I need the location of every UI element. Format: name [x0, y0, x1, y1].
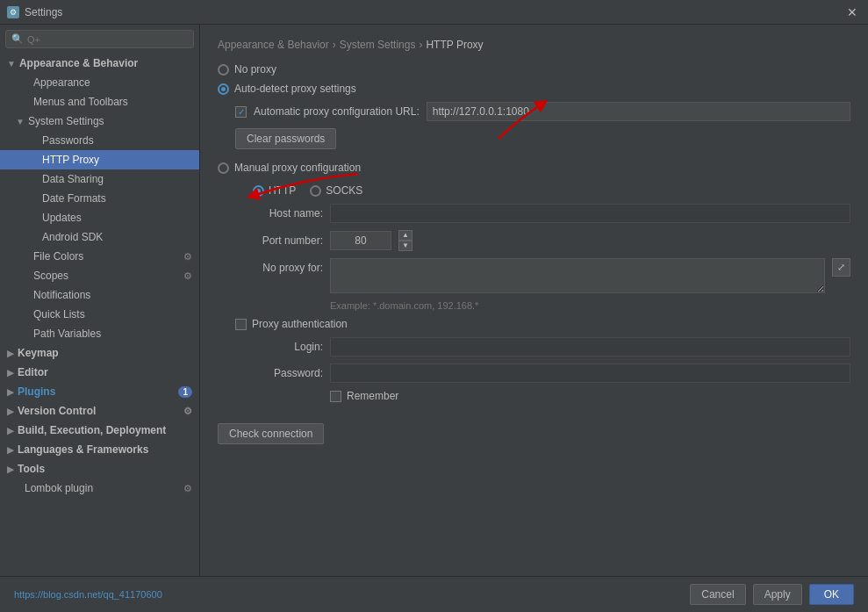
- system-settings-arrow-icon: ▼: [16, 117, 25, 126]
- dialog-content: 🔍 ▼ Appearance & Behavior Appearance Men…: [0, 25, 868, 576]
- clear-passwords-row: Clear passwords: [235, 128, 850, 149]
- scopes-settings-icon[interactable]: ⚙: [183, 270, 192, 282]
- port-number-row: Port number: ▲ ▼: [235, 230, 850, 251]
- http-protocol-radio[interactable]: [253, 185, 264, 197]
- sidebar-item-date-formats[interactable]: Date Formats: [0, 189, 199, 208]
- cancel-button[interactable]: Cancel: [690, 584, 745, 605]
- auto-detect-radio[interactable]: [218, 83, 229, 95]
- remember-row: Remember: [330, 390, 850, 402]
- port-spinner: ▲ ▼: [398, 230, 412, 251]
- close-button[interactable]: ✕: [843, 5, 861, 19]
- sidebar-item-android-sdk[interactable]: Android SDK: [0, 227, 199, 247]
- lombok-settings-icon[interactable]: ⚙: [183, 483, 192, 494]
- breadcrumb: Appearance & Behavior › System Settings …: [218, 39, 850, 51]
- sidebar-item-menus-toolbars[interactable]: Menus and Toolbars: [0, 92, 199, 112]
- plugins-badge: 1: [178, 386, 192, 398]
- sidebar-group-appearance-behavior[interactable]: ▼ Appearance & Behavior: [0, 54, 199, 73]
- no-proxy-for-input[interactable]: [330, 258, 825, 293]
- breadcrumb-current: HTTP Proxy: [426, 39, 483, 51]
- expand-no-proxy-button[interactable]: ⤢: [832, 258, 850, 277]
- sidebar-item-editor[interactable]: ▶ Editor: [0, 363, 199, 382]
- example-text: Example: *.domain.com, 192.168.*: [330, 300, 850, 311]
- sidebar-item-http-proxy[interactable]: HTTP Proxy: [0, 150, 199, 169]
- sidebar-item-tools[interactable]: ▶ Tools: [0, 459, 199, 479]
- title-bar: ⚙ Settings ✕: [0, 0, 868, 25]
- port-decrement-button[interactable]: ▼: [398, 241, 412, 251]
- dialog-footer: https://blog.csdn.net/qq_41170600 Cancel…: [0, 576, 868, 612]
- protocol-radio-row: HTTP SOCKS: [253, 184, 850, 197]
- remember-checkbox[interactable]: [330, 391, 341, 402]
- build-arrow-icon: ▶: [7, 426, 14, 436]
- search-icon: 🔍: [11, 33, 24, 45]
- remember-label: Remember: [347, 390, 398, 402]
- ok-button[interactable]: OK: [809, 584, 854, 605]
- sidebar-item-build-execution[interactable]: ▶ Build, Execution, Deployment: [0, 421, 199, 440]
- check-connection-row: Check connection: [218, 423, 850, 444]
- sidebar-item-path-variables[interactable]: Path Variables: [0, 324, 199, 343]
- main-area: Appearance & Behavior › System Settings …: [200, 25, 868, 576]
- sidebar-item-version-control[interactable]: ▶ Version Control ⚙: [0, 401, 199, 421]
- port-increment-button[interactable]: ▲: [398, 230, 412, 241]
- sidebar-group-label: Appearance & Behavior: [19, 57, 138, 69]
- login-input[interactable]: [330, 337, 850, 356]
- sidebar-item-plugins[interactable]: ▶ Plugins 1: [0, 382, 199, 401]
- login-label: Login:: [235, 341, 323, 353]
- sidebar-item-languages-frameworks[interactable]: ▶ Languages & Frameworks: [0, 440, 199, 459]
- no-proxy-label[interactable]: No proxy: [234, 63, 276, 76]
- footer-link[interactable]: https://blog.csdn.net/qq_41170600: [14, 589, 162, 600]
- auto-proxy-config-checkbox[interactable]: [235, 106, 247, 118]
- proxy-auth-label: Proxy authentication: [252, 318, 348, 330]
- no-proxy-row: No proxy: [218, 63, 850, 76]
- manual-proxy-radio[interactable]: [218, 162, 229, 174]
- proxy-url-input[interactable]: [427, 102, 850, 121]
- search-input[interactable]: [27, 34, 188, 45]
- auto-proxy-config-block: Automatic proxy configuration URL: Clear…: [235, 102, 850, 149]
- sidebar-item-quick-lists[interactable]: Quick Lists: [0, 305, 199, 324]
- main-content: Appearance & Behavior › System Settings …: [200, 25, 868, 458]
- sidebar-item-appearance[interactable]: Appearance: [0, 73, 199, 92]
- sidebar: 🔍 ▼ Appearance & Behavior Appearance Men…: [0, 25, 200, 576]
- manual-proxy-row: Manual proxy configuration: [218, 162, 850, 174]
- socks-label: SOCKS: [326, 184, 362, 197]
- sidebar-item-passwords[interactable]: Passwords: [0, 131, 199, 150]
- sidebar-item-data-sharing[interactable]: Data Sharing: [0, 169, 199, 189]
- password-row: Password:: [235, 364, 850, 383]
- version-control-settings-icon[interactable]: ⚙: [183, 406, 192, 417]
- manual-proxy-label[interactable]: Manual proxy configuration: [234, 162, 361, 174]
- sidebar-item-notifications[interactable]: Notifications: [0, 285, 199, 305]
- editor-arrow-icon: ▶: [7, 368, 14, 378]
- port-number-input[interactable]: [330, 231, 391, 250]
- port-number-label: Port number:: [235, 234, 323, 247]
- no-proxy-radio[interactable]: [218, 64, 229, 76]
- sidebar-item-scopes[interactable]: Scopes ⚙: [0, 266, 199, 285]
- host-name-input[interactable]: [330, 204, 850, 223]
- socks-radio-item: SOCKS: [310, 184, 362, 197]
- breadcrumb-sep1: ›: [333, 39, 336, 51]
- login-row: Login:: [235, 337, 850, 356]
- sidebar-item-lombok-plugin[interactable]: Lombok plugin ⚙: [0, 479, 199, 498]
- plugins-arrow-icon: ▶: [7, 387, 14, 397]
- file-colors-settings-icon[interactable]: ⚙: [183, 251, 192, 263]
- breadcrumb-sep2: ›: [419, 39, 422, 51]
- sidebar-item-updates[interactable]: Updates: [0, 208, 199, 227]
- host-name-label: Host name:: [235, 207, 323, 220]
- socks-protocol-radio[interactable]: [310, 185, 321, 197]
- auto-detect-label[interactable]: Auto-detect proxy settings: [234, 83, 356, 95]
- breadcrumb-part2: System Settings: [340, 39, 416, 51]
- languages-arrow-icon: ▶: [7, 445, 14, 455]
- no-proxy-for-label: No proxy for:: [235, 262, 323, 274]
- password-input[interactable]: [330, 364, 850, 383]
- version-control-arrow-icon: ▶: [7, 407, 14, 416]
- settings-icon: ⚙: [7, 6, 19, 18]
- search-box[interactable]: 🔍: [5, 30, 194, 48]
- check-connection-button[interactable]: Check connection: [218, 423, 324, 444]
- auto-detect-row: Auto-detect proxy settings: [218, 83, 850, 95]
- proxy-auth-row: Proxy authentication: [235, 318, 850, 330]
- sidebar-item-keymap[interactable]: ▶ Keymap: [0, 343, 199, 363]
- clear-passwords-button[interactable]: Clear passwords: [235, 128, 336, 149]
- sidebar-item-file-colors[interactable]: File Colors ⚙: [0, 247, 199, 266]
- proxy-auth-checkbox[interactable]: [235, 319, 247, 330]
- settings-dialog: 🔍 ▼ Appearance & Behavior Appearance Men…: [0, 25, 868, 612]
- apply-button[interactable]: Apply: [753, 584, 802, 605]
- sidebar-item-system-settings[interactable]: ▼ System Settings: [0, 112, 199, 131]
